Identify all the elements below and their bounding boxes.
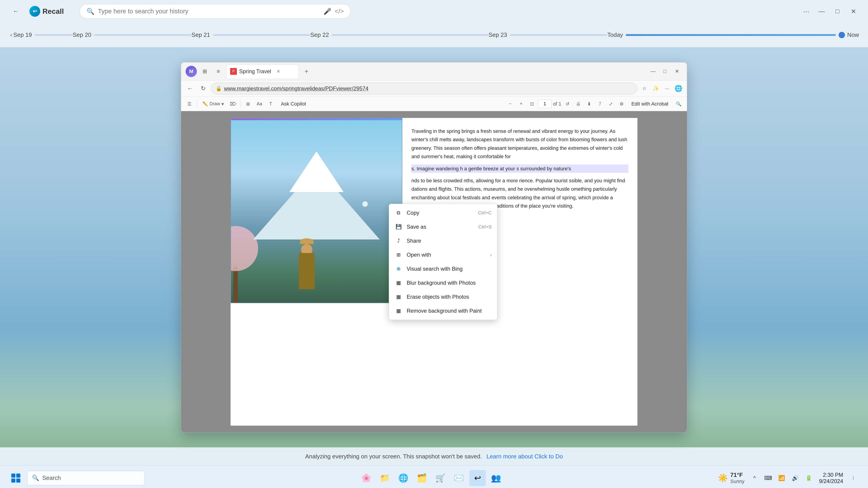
recall-back-button[interactable]: ← <box>9 4 23 18</box>
pdf-image[interactable] <box>230 118 402 303</box>
browser-copilot-button[interactable]: ✨ <box>651 84 661 94</box>
remove-bg-icon: ▦ <box>395 307 403 315</box>
pdf-zoom-in-button[interactable]: + <box>516 99 526 109</box>
browser-edge-icon-button[interactable]: 🌐 <box>673 84 683 94</box>
taskbar-icon-flower[interactable]: 🌸 <box>358 470 375 486</box>
browser-new-tab-button[interactable]: + <box>301 66 312 77</box>
recall-minimize-button[interactable]: — <box>816 6 827 17</box>
pdf-fit-width-button[interactable]: ⊡ <box>527 99 537 109</box>
pdf-page: Traveling in the spring brings a fresh s… <box>230 118 638 426</box>
pdf-content: Traveling in the spring brings a fresh s… <box>181 111 687 432</box>
browser-refresh-button[interactable]: ↻ <box>198 83 209 94</box>
person-hat <box>300 238 313 244</box>
pdf-download-button[interactable]: ⬇ <box>584 99 594 109</box>
taskbar-search-box[interactable]: 🔍 Search <box>27 471 145 485</box>
browser-close-button[interactable]: ✕ <box>672 66 682 77</box>
browser-tab-close-button[interactable]: ✕ <box>275 68 281 74</box>
pdf-text-button[interactable]: T <box>266 99 276 109</box>
taskbar-time: 2:30 PM <box>823 472 843 478</box>
pdf-fit-button[interactable]: ⊞ <box>243 99 253 109</box>
recall-mic-icon[interactable]: 🎤 <box>323 8 331 15</box>
taskbar-icon-teams[interactable]: 👥 <box>488 470 504 486</box>
recall-search-input[interactable] <box>98 8 320 15</box>
pdf-share-button[interactable]: ⤴ <box>595 99 604 109</box>
pdf-read-button[interactable]: Aa <box>255 99 264 109</box>
taskbar-icon-recall[interactable]: ↩ <box>469 470 486 486</box>
pdf-print-button[interactable]: 🖨 <box>574 99 583 109</box>
pdf-pencil-icon: ✏️ <box>203 101 208 107</box>
pdf-zoom-controls: − + ⊡ 1 of 1 ↺ 🖨 ⬇ ⤴ ⤢ ⚙ Edit with Acrob… <box>505 99 672 109</box>
context-menu-blur-bg-label: Blur background with Photos <box>407 280 476 286</box>
taskbar-icon-explorer[interactable]: 🗂️ <box>414 470 430 486</box>
pdf-ask-copilot-button[interactable]: Ask Copilot <box>277 99 310 109</box>
taskbar-search-icon: 🔍 <box>32 475 39 482</box>
pdf-edit-acrobat-button[interactable]: Edit with Acrobat <box>628 99 672 109</box>
timeline-track-sep21 <box>213 34 310 36</box>
context-menu-save-as[interactable]: 💾 Save as Ctrl+S <box>389 220 497 234</box>
taskbar-clock[interactable]: 2:30 PM 9/24/2024 <box>819 472 843 484</box>
browser-favorites-button[interactable]: ☆ <box>640 84 649 94</box>
pdf-draw-button[interactable]: ✏️ Draw ▾ <box>200 99 226 109</box>
image-border-top <box>231 119 402 120</box>
browser-toolbar-right: ☆ ✨ ··· 🌐 <box>640 84 683 94</box>
browser-workspaces-button[interactable]: ≡ <box>213 66 224 77</box>
context-menu-blur-background[interactable]: ▦ Blur background with Photos <box>389 276 497 290</box>
context-menu-copy-label: Copy <box>407 210 419 216</box>
context-menu-copy[interactable]: ⧉ Copy Ctrl+C <box>389 206 497 220</box>
pdf-view-button[interactable]: ☰ <box>185 99 194 109</box>
pdf-rotate-button[interactable]: ↺ <box>563 99 572 109</box>
recall-search-box[interactable]: 🔍 🎤 </> <box>80 4 351 19</box>
pdf-expand-button[interactable]: ⤢ <box>606 99 616 109</box>
copy-icon: ⧉ <box>395 209 403 217</box>
taskbar-sys-icons: ^ ⌨ 📶 🔊 🔋 <box>749 473 814 484</box>
context-menu-open-with-label: Open with <box>407 252 431 258</box>
taskbar-battery-icon[interactable]: 🔋 <box>803 473 814 484</box>
pdf-page-input[interactable]: 1 <box>538 100 552 108</box>
browser-extensions-button[interactable]: ⊞ <box>199 66 211 77</box>
browser-more-button[interactable]: ··· <box>662 84 672 94</box>
timeline-prev-button[interactable]: ‹ <box>9 30 13 39</box>
browser-maximize-button[interactable]: □ <box>659 66 671 77</box>
browser-minimize-button[interactable]: — <box>648 66 658 77</box>
recall-close-button[interactable]: ✕ <box>848 6 859 17</box>
browser-address-bar[interactable]: 🔒 www.margiestravel.com/springtravelidea… <box>211 83 637 94</box>
context-menu-open-with[interactable]: ⊞ Open with › <box>389 248 497 262</box>
pdf-settings-button[interactable]: ⚙ <box>617 99 626 109</box>
taskbar: 🔍 Search 🌸 📁 🌐 🗂️ 🛒 ✉️ ↩ 👥 ☀️ 71°F Sunny… <box>0 465 868 488</box>
recall-logo-icon: ↩ <box>29 6 40 17</box>
taskbar-start-button[interactable] <box>9 471 23 485</box>
taskbar-icon-edge[interactable]: 🌐 <box>395 470 412 486</box>
browser-back-button[interactable]: ← <box>185 83 195 94</box>
person-figure <box>299 238 315 289</box>
pdf-search-button[interactable]: 🔍 <box>674 99 683 109</box>
context-menu-remove-background[interactable]: ▦ Remove background with Paint <box>389 304 497 318</box>
taskbar-wifi-icon[interactable]: 📶 <box>776 473 787 484</box>
taskbar-icon-mail[interactable]: ✉️ <box>451 470 467 486</box>
context-menu-share[interactable]: ⤴ Share <box>389 234 497 248</box>
pdf-zoom-out-button[interactable]: − <box>505 99 515 109</box>
person-body <box>299 253 315 289</box>
pdf-eraser-button[interactable]: ⌦ <box>228 99 238 109</box>
timeline-today: Today <box>608 31 845 38</box>
context-menu-save-as-label: Save as <box>407 224 426 230</box>
taskbar-volume-icon[interactable]: 🔊 <box>789 473 801 484</box>
context-menu-erase-objects[interactable]: ▦ Erase objects with Photos <box>389 290 497 304</box>
taskbar-icon-store[interactable]: 🛒 <box>432 470 449 486</box>
browser-url-text[interactable]: www.margiestravel.com/springtravelideas/… <box>224 86 632 92</box>
recall-maximize-button[interactable]: □ <box>832 6 843 17</box>
recall-code-icon[interactable]: </> <box>335 8 344 15</box>
weather-widget[interactable]: ☀️ 71°F Sunny <box>718 471 744 484</box>
browser-tab-spring-travel[interactable]: P Spring Travel ✕ <box>226 65 299 78</box>
bottom-info-link[interactable]: Learn more about Click to Do <box>487 453 563 460</box>
mountain-snow <box>289 151 344 192</box>
taskbar-icon-files[interactable]: 📁 <box>377 470 393 486</box>
timeline-track-today <box>626 34 836 36</box>
context-menu-visual-search[interactable]: ⊕ Visual search with Bing <box>389 262 497 276</box>
taskbar-chevron-up[interactable]: ^ <box>749 473 760 484</box>
recall-more-options[interactable]: ··· <box>803 7 809 15</box>
recall-bar: ← ↩ Recall 🔍 🎤 </> ··· — □ ✕ <box>0 0 868 23</box>
timeline-sep23: Sep 23 <box>489 31 608 38</box>
taskbar-show-desktop-button[interactable]: | <box>848 473 859 484</box>
visual-search-icon: ⊕ <box>395 265 403 273</box>
taskbar-keyboard-icon[interactable]: ⌨ <box>763 473 774 484</box>
